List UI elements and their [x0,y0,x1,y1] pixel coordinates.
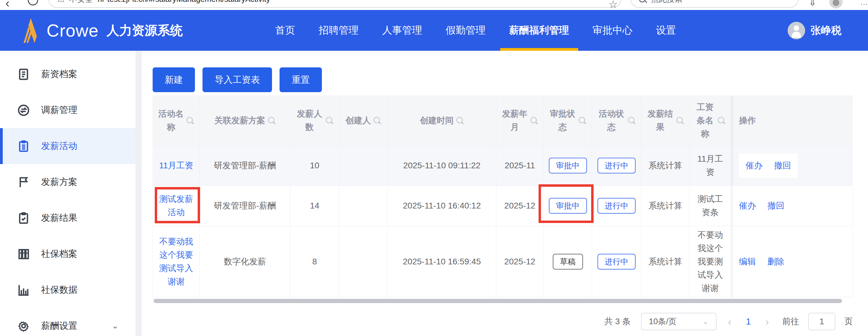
cell-activity-name: 测试发薪活动 [153,186,200,226]
cell-approval-status: 审批中 [544,146,592,186]
col-activity-name[interactable]: 活动名称 [153,96,200,146]
nav-attendance[interactable]: 假勤管理 [444,10,488,51]
cell-pay-month: 2025-12 [496,186,544,226]
cell-plan: 研发管理部-薪酬 [200,186,290,226]
col-headcount[interactable]: 发薪人数 [290,96,339,146]
sidebar-item-payroll-activity[interactable]: 发薪活动 [0,128,135,164]
edit-link[interactable]: 编辑 [739,255,756,268]
prev-page-button[interactable]: ‹ [726,316,734,328]
cell-pay-result: 系统计算 [641,146,690,186]
sidebar-item-label: 社保档案 [41,248,78,260]
nav-home[interactable]: 首页 [274,10,297,51]
col-pay-month[interactable]: 发薪年月 [496,96,544,146]
withdraw-link[interactable]: 撤回 [767,199,784,212]
cell-headcount: 10 [290,146,339,186]
sidebar-item-payroll-plan[interactable]: 发薪方案 [0,164,135,200]
column-search-icon[interactable] [717,117,725,124]
sidebar-item-label: 调薪管理 [41,104,78,116]
download-icon[interactable]: ⇩ [809,0,816,7]
nav-compensation[interactable]: 薪酬福利管理 [507,10,571,51]
activity-name-link[interactable]: 不要动我这个我要测试导入谢谢 [158,235,194,288]
nav-settings[interactable]: 设置 [654,10,678,51]
cell-payslip-name: 测试工资条 [690,186,731,226]
social-archive-icon [17,247,30,261]
table-row: 11月工资 研发管理部-薪酬 10 2025-11-10 09:11:22 20… [153,146,853,186]
col-actions: 操作 [731,96,852,146]
withdraw-link[interactable]: 撤回 [774,159,791,172]
import-payroll-button[interactable]: 导入工资表 [203,67,272,92]
activity-name-link[interactable]: 11月工资 [159,159,193,172]
col-label: 创建人 [345,114,371,127]
col-label: 审批状态 [549,107,576,134]
column-search-icon[interactable] [268,117,276,124]
column-search-icon[interactable] [456,117,464,124]
cell-pay-result: 系统计算 [641,226,690,297]
col-plan[interactable]: 关联发薪方案 [200,96,290,146]
user-menu[interactable]: 张峥税 [787,22,841,39]
nav-personnel[interactable]: 人事管理 [380,10,424,51]
col-label: 活动状态 [597,107,625,134]
col-payslip-name[interactable]: 工资条名称 [690,96,731,146]
column-search-icon[interactable] [326,117,333,124]
sidebar-item-label: 发薪方案 [41,176,78,188]
browser-back-icon[interactable]: ‹ [5,0,9,10]
urge-link[interactable]: 催办 [746,159,763,172]
chevron-down-icon: ⌄ [703,317,709,326]
next-page-button[interactable]: › [763,316,771,328]
column-search-icon[interactable] [579,117,586,124]
delete-link[interactable]: 删除 [767,255,784,268]
nav-recruiting[interactable]: 招聘管理 [317,10,361,51]
scrollbar-thumb[interactable] [154,299,842,303]
column-search-icon[interactable] [676,117,684,124]
sidebar-item-social-archive[interactable]: 社保档案 [0,236,135,272]
salary-adjust-icon [17,104,30,117]
page-size-select[interactable]: 10条/页 ⌄ [641,313,717,330]
browser-search-box[interactable]: 点此搜索 [630,0,799,8]
actions-group: 催办 撤回 [739,199,784,212]
goto-page-input[interactable]: 1 [808,313,835,330]
sidebar-item-social-data[interactable]: 社保数据 [0,272,135,308]
cell-approval-status: 草稿 [544,226,592,297]
column-search-icon[interactable] [373,117,381,124]
cell-activity-status: 进行中 [592,186,641,226]
col-pay-result[interactable]: 发薪结果 [641,96,690,146]
payroll-plan-icon [17,176,30,189]
browser-address-bar[interactable]: ⚠ 不安全 hr-test.zjl-it.ch/#/salaryManageme… [49,0,621,8]
col-label: 发薪年月 [502,107,528,134]
browser-menu-icon[interactable]: … [860,0,868,7]
nav-approval-center[interactable]: 审批中心 [591,10,634,51]
cell-created-at: 2025-11-10 16:40:12 [388,186,496,226]
column-search-icon[interactable] [186,117,194,124]
bookmark-star-icon[interactable]: ☆ [609,0,618,10]
col-creator[interactable]: 创建人 [339,96,388,146]
activity-name-link[interactable]: 测试发薪活动 [158,192,194,219]
current-page-number[interactable]: 1 [743,316,754,327]
table-header-row: 活动名称 关联发薪方案 发薪人数 创建人 创建时间 发薪年月 审批状态 活动状态… [153,96,853,146]
col-approval-status[interactable]: 审批状态 [544,96,592,146]
status-badge: 审批中 [549,158,587,174]
column-search-icon[interactable] [628,117,636,124]
col-created-at[interactable]: 创建时间 [388,96,496,146]
column-search-icon[interactable] [530,117,538,124]
browser-bar: ‹ ⚠ 不安全 hr-test.zjl-it.ch/#/salaryManage… [0,0,868,10]
sidebar-item-salary-settings[interactable]: 薪酬设置 ⌄ [0,308,135,336]
pagination-bar: 共 3 条 10条/页 ⌄ ‹ 1 › 前往 1 页 [153,313,853,330]
app-header: Crowe 人力资源系统 首页 招聘管理 人事管理 假勤管理 薪酬福利管理 审批… [0,10,868,51]
top-nav: 首页 招聘管理 人事管理 假勤管理 薪酬福利管理 审批中心 设置 [274,10,678,51]
sidebar-item-payroll-result[interactable]: 发薪结果 [0,200,135,236]
browser-reload-icon[interactable] [28,0,38,5]
brand-name-cn: 人力资源系统 [107,22,183,39]
sidebar-item-salary-adjust[interactable]: 调薪管理 [0,92,135,128]
cell-creator [339,186,388,226]
browser-profile-avatar[interactable] [829,0,843,8]
col-label: 工资条名称 [695,101,715,141]
cell-activity-name: 11月工资 [153,146,200,186]
sidebar-item-salary-archive[interactable]: 薪资档案 [0,56,135,92]
brand: Crowe 人力资源系统 [19,18,183,43]
col-activity-status[interactable]: 活动状态 [592,96,641,146]
cell-creator [339,226,388,297]
new-button[interactable]: 新建 [153,67,195,92]
reset-button[interactable]: 重置 [280,67,322,92]
urge-link[interactable]: 催办 [739,199,756,212]
payroll-result-icon [17,212,30,225]
